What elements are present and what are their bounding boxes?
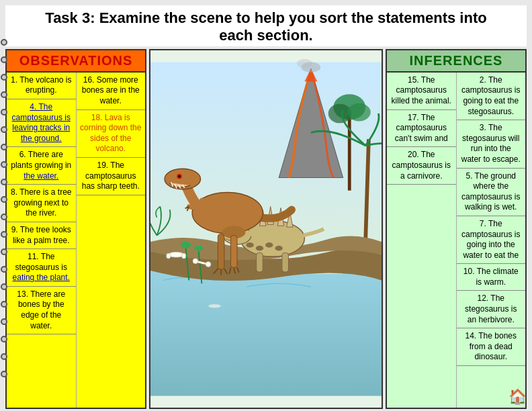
obs-cell-4: 4. The camptosaurus is leaving tracks in… xyxy=(7,99,76,147)
inf-cell-7: 7. The camptosaurus is going into the wa… xyxy=(457,216,526,264)
observations-body: 1. The volcano is erupting. 4. The campt… xyxy=(7,73,145,408)
svg-point-38 xyxy=(256,246,263,251)
obs-cell-1: 1. The volcano is erupting. xyxy=(7,73,76,99)
obs-cell-16: 16. Some more bones are in the water. xyxy=(77,73,146,110)
spiral-binding xyxy=(0,34,8,383)
svg-rect-31 xyxy=(167,253,171,259)
svg-point-39 xyxy=(265,242,273,248)
svg-point-40 xyxy=(275,246,282,251)
page-title: Task 3: Examine the scene to help you so… xyxy=(5,5,527,46)
obs-cell-19: 19. The camptosaurus has sharp teeth. xyxy=(77,158,146,195)
svg-point-36 xyxy=(208,304,221,308)
obs-cell-11: 11. The stegosaurus is eating the plant. xyxy=(7,249,76,287)
svg-point-30 xyxy=(169,252,184,257)
inf-cell-14: 14. The bones from a dead dinosaur. xyxy=(457,328,526,366)
page-container: Task 3: Examine the scene to help you so… xyxy=(0,0,532,411)
observations-panel: OBSERVATIONS 1. The volcano is erupting.… xyxy=(5,49,146,409)
obs-col-2: 16. Some more bones are in the water. 18… xyxy=(77,73,146,408)
inferences-panel: INFERENCES 15. The camptosaurus killed t… xyxy=(386,49,527,409)
svg-point-37 xyxy=(246,242,253,248)
inf-col-2: 2. The camptosaurus is going to eat the … xyxy=(457,73,526,408)
inf-cell-3: 3. The stegosaurus will run into the wat… xyxy=(457,120,526,168)
title-line2: each section. xyxy=(219,27,312,44)
inf-cell-5: 5. The ground where the camptosaurus is … xyxy=(457,169,526,216)
title-line1: Task 3: Examine the scene to help you so… xyxy=(45,9,486,26)
svg-rect-17 xyxy=(257,253,263,272)
main-content: OBSERVATIONS 1. The volcano is erupting.… xyxy=(5,49,527,409)
svg-point-35 xyxy=(206,262,211,267)
svg-point-4 xyxy=(297,59,312,68)
inferences-body: 15. The camptosaurus killed the animal. … xyxy=(387,73,525,408)
svg-point-29 xyxy=(178,175,181,178)
inf-cell-2: 2. The camptosaurus is going to eat the … xyxy=(457,73,526,120)
svg-rect-25 xyxy=(230,235,237,267)
obs-cell-9: 9. The tree looks like a palm tree. xyxy=(7,222,76,249)
svg-point-34 xyxy=(193,259,198,264)
obs-cell-18: 18. Lava is corning down the sides of th… xyxy=(77,110,146,158)
inf-cell-17: 17. The camptosaurus can't swim and xyxy=(387,110,456,148)
obs-cell-8: 8. There is a tree growing next to the r… xyxy=(7,185,76,222)
inf-cell-20: 20. The camptosaurus is a carnivore. xyxy=(387,147,456,185)
inf-col-1: 15. The camptosaurus killed the animal. … xyxy=(387,73,457,408)
svg-rect-18 xyxy=(282,253,289,272)
inferences-header: INFERENCES xyxy=(387,50,525,73)
obs-cell-13: 13. There are bones by the edge of the w… xyxy=(7,287,76,334)
inf-cell-15: 15. The camptosaurus killed the animal. xyxy=(387,73,456,110)
svg-point-13 xyxy=(194,246,203,251)
svg-point-8 xyxy=(347,103,370,121)
inf-cell-12: 12. The stegosaurus is an herbivore. xyxy=(457,291,526,328)
svg-rect-26 xyxy=(218,234,224,269)
scene-image xyxy=(149,49,383,409)
svg-rect-32 xyxy=(182,253,186,259)
svg-point-11 xyxy=(181,242,191,248)
obs-col-1: 1. The volcano is erupting. 4. The campt… xyxy=(7,73,77,408)
obs-cell-6: 6. There are plants growing in the water… xyxy=(7,147,76,185)
inf-cell-10: 10. The climate is warm. xyxy=(457,264,526,291)
home-icon[interactable]: 🏠 xyxy=(508,388,527,406)
observations-header: OBSERVATIONS xyxy=(7,50,145,73)
